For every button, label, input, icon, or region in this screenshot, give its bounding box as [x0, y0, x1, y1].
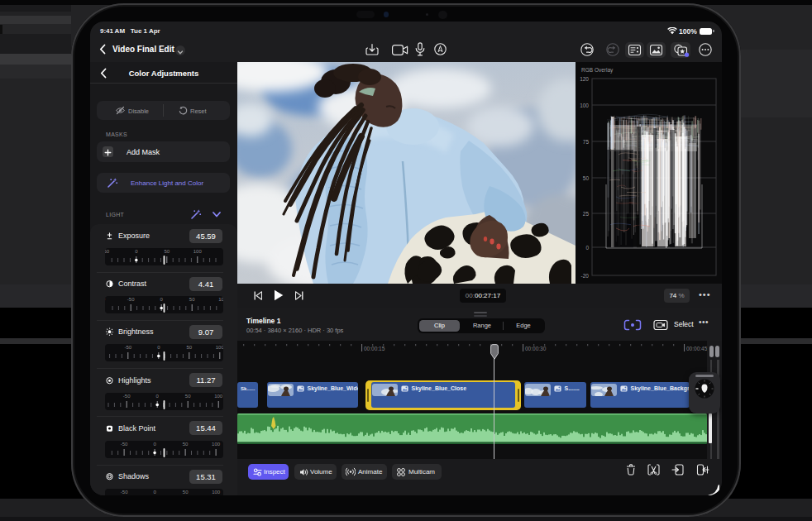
svg-text:100: 100 [580, 103, 589, 108]
svg-text:0: 0 [585, 245, 589, 251]
svg-text:25: 25 [583, 211, 590, 217]
svg-text:120: 120 [580, 77, 589, 82]
svg-text:75: 75 [583, 139, 590, 145]
svg-text:50: 50 [583, 175, 590, 181]
svg-text:-20: -20 [581, 273, 590, 279]
